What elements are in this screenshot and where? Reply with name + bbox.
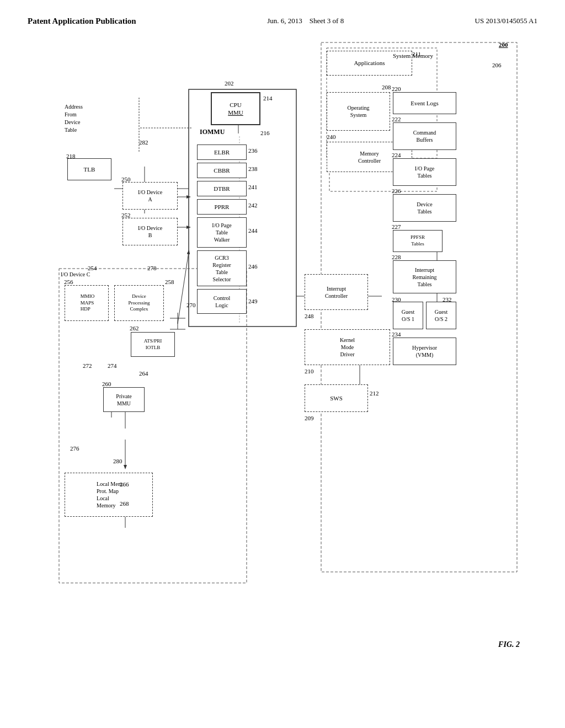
ref-270: 270 (186, 302, 196, 308)
ref-200: 200 (499, 41, 508, 48)
diagram-area: CPUMMU 214 202 IOMMU 216 ELBR 236 CBBR 2… (29, 31, 536, 660)
ref-266: 266 (120, 481, 129, 488)
ref-214: 214 (263, 95, 273, 101)
publication-title: Patent Application Publication (28, 17, 136, 26)
ref-278: 278 (147, 265, 157, 271)
ref-208: 208 (382, 84, 391, 90)
ref-202: 202 (225, 80, 234, 87)
ref-254: 254 (88, 265, 97, 271)
system-memory-label: System Memory (393, 52, 433, 59)
address-from-device-table: AddressFromDeviceTable (65, 103, 83, 134)
ref-232: 232 (443, 296, 452, 303)
ref-226: 226 (392, 188, 401, 194)
fig-label: FIG. 2 (498, 640, 520, 649)
io-device-b-box: I/O DeviceB (122, 218, 178, 245)
ref-230: 230 (392, 296, 401, 303)
mmio-maps-box: MMIOMAPSHDP (65, 285, 109, 321)
ref-248: 248 (305, 313, 314, 319)
elbr-box: ELBR (197, 144, 247, 160)
os-box: OperatingSystem (327, 92, 390, 131)
date: Jun. 6, 2013 (267, 17, 302, 25)
ref-209: 209 (305, 415, 314, 421)
io-page-tables-box: I/O PageTables (393, 158, 456, 186)
guest-os2-box: GuestO/S 2 (426, 302, 456, 329)
ref-260: 260 (102, 381, 111, 387)
ref-258: 258 (165, 279, 174, 285)
ref-234: 234 (392, 331, 401, 338)
patent-number: US 2013/0145055 A1 (475, 17, 537, 25)
io-page-table-walker-box: I/O PageTableWalker (197, 217, 247, 248)
ref-280: 280 (113, 458, 122, 464)
diagram-lines (29, 31, 536, 660)
private-mmu-box: PrivateMMU (103, 387, 145, 412)
ref-282: 282 (139, 139, 148, 146)
iommu-label: IOMMU (200, 128, 225, 136)
page: Patent Application Publication Jun. 6, 2… (0, 0, 565, 728)
ref-218: 218 (66, 153, 76, 159)
ref-242: 242 (248, 202, 258, 208)
ref-264: 264 (139, 370, 148, 377)
ref-212: 212 (370, 390, 379, 397)
io-device-a-box: I/O DeviceA (122, 182, 178, 210)
ref-224: 224 (392, 152, 401, 158)
ref-228: 228 (392, 254, 401, 260)
sheet: Sheet 3 of 8 (310, 17, 344, 25)
ref-272: 272 (83, 362, 92, 369)
guest-os1-box: GuestO/S 1 (393, 302, 423, 329)
device-tables-box: DeviceTables (393, 194, 456, 222)
interrupt-remaining-box: InterruptRemainingTables (393, 260, 456, 293)
ppfsr-tables-box: PPFSRTables (393, 230, 443, 252)
page-header: Patent Application Publication Jun. 6, 2… (28, 17, 537, 26)
event-logs-box: Event Logs (393, 92, 456, 114)
sws-box: SWS (305, 384, 368, 412)
ref-210: 210 (305, 368, 314, 374)
cbbr-box: CBBR (197, 163, 247, 178)
ref-216: 216 (260, 130, 270, 136)
ref-262: 262 (130, 325, 139, 331)
ref-246: 246 (248, 263, 258, 270)
ref-222: 222 (392, 116, 401, 122)
hypervisor-box: Hypervisor(VMM) (393, 338, 456, 365)
ref-256: 256 (64, 279, 73, 285)
ref-250: 250 (121, 176, 131, 183)
ref-268: 268 (120, 500, 129, 507)
ref-206: 206 (492, 62, 502, 68)
ref-249: 249 (248, 298, 258, 304)
pprr-box: PPRR (197, 199, 247, 215)
ref-227: 227 (392, 223, 401, 230)
ref-252: 252 (121, 212, 131, 218)
device-processing-complex-box: DeviceProcessingComplex (114, 285, 164, 321)
gcr3-box: GCR3RegisterTableSelector (197, 250, 247, 286)
local-mem-box: Local Mem.Prot. MapLocalMemory (65, 473, 153, 517)
command-buffers-box: CommandBuffers (393, 122, 456, 150)
svg-line-16 (178, 252, 189, 324)
ref-274: 274 (108, 362, 117, 369)
ref-238: 238 (248, 165, 258, 172)
ref-220: 220 (392, 85, 401, 92)
ref-276: 276 (70, 445, 79, 452)
date-sheet: Jun. 6, 2013 Sheet 3 of 8 (267, 17, 344, 25)
ref-241: 241 (248, 184, 258, 190)
io-device-c-label: I/O Device C (61, 271, 90, 277)
tlb-box: TLB (67, 158, 111, 180)
kernel-mode-driver-box: KernelModeDriver (305, 329, 390, 365)
ats-pri-box: ATS/PRIIOTLB (131, 332, 175, 357)
cpu-box: CPUMMU (211, 92, 260, 125)
ref-240: 240 (327, 133, 336, 140)
control-logic-box: ControlLogic (197, 289, 247, 314)
ref-244: 244 (248, 227, 258, 234)
dtbr-box: DTBR (197, 181, 247, 196)
interrupt-controller-box: InterruptController (305, 274, 368, 310)
ref-236: 236 (248, 147, 258, 154)
